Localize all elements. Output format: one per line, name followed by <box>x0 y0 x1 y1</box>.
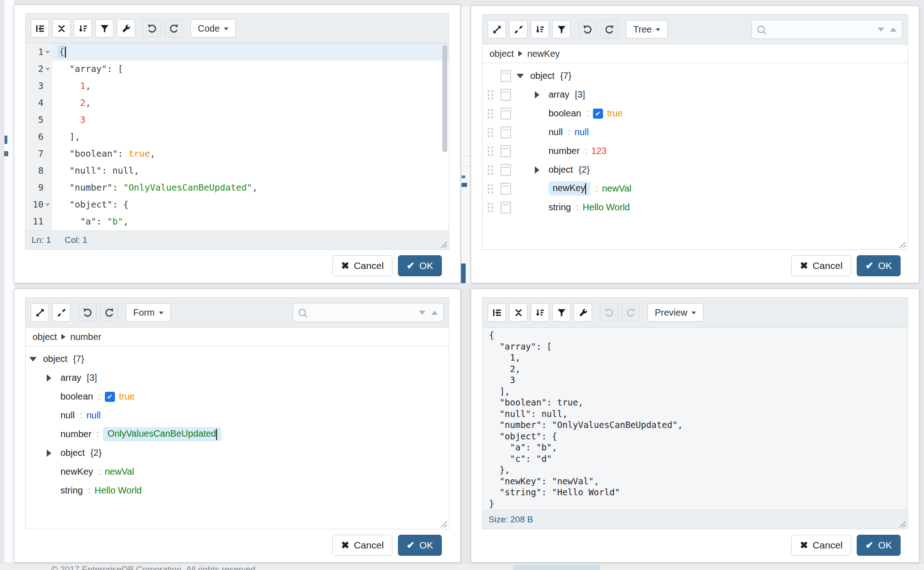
fold-caret-icon[interactable] <box>45 51 50 54</box>
redo-button[interactable] <box>600 20 618 38</box>
collapse-caret-icon[interactable] <box>29 357 37 362</box>
breadcrumb-item[interactable]: number <box>70 332 101 342</box>
node-key[interactable]: string <box>549 202 571 213</box>
resize-handle-icon[interactable] <box>440 521 447 528</box>
expand-all-button[interactable] <box>488 20 506 38</box>
code-line[interactable]: 4 2, <box>26 94 449 111</box>
search-input[interactable] <box>310 307 415 318</box>
tree-row[interactable]: object{7} <box>483 66 908 85</box>
filter-button[interactable] <box>552 20 571 38</box>
node-key[interactable]: number <box>549 146 580 156</box>
code-line[interactable]: 7 "boolean": true, <box>26 145 449 162</box>
resize-handle-icon[interactable] <box>440 241 447 248</box>
node-key[interactable]: object <box>549 164 573 175</box>
cancel-button[interactable]: ✖ Cancel <box>332 535 392 556</box>
ok-button[interactable]: ✔ OK <box>398 255 442 276</box>
search-next-icon[interactable] <box>419 311 425 315</box>
node-key[interactable]: array <box>549 89 570 100</box>
filter-button[interactable] <box>552 303 571 322</box>
breadcrumb-item[interactable]: object <box>33 332 57 342</box>
node-value[interactable]: OnlyValuesCanBeUpdated <box>103 427 221 441</box>
redo-button[interactable] <box>164 19 183 38</box>
tree-row[interactable]: object{2} <box>26 444 449 462</box>
node-key[interactable]: boolean <box>549 108 581 119</box>
tree-row[interactable]: newKey:newVal <box>26 462 449 481</box>
node-key[interactable]: newKey <box>60 466 93 477</box>
code-line[interactable]: 2 "array": [ <box>26 60 449 77</box>
node-value[interactable]: true <box>119 391 135 402</box>
redo-button[interactable] <box>621 303 640 322</box>
node-value[interactable]: null <box>575 127 589 137</box>
tree-row[interactable]: number:123 <box>483 142 908 160</box>
filter-button[interactable] <box>95 19 114 38</box>
undo-button[interactable] <box>578 20 597 38</box>
node-key[interactable]: null <box>549 127 563 137</box>
repair-button[interactable] <box>574 303 592 322</box>
mode-select-form[interactable]: Form <box>126 303 171 322</box>
code-line[interactable]: 8 "null": null, <box>26 162 449 179</box>
mode-select-code[interactable]: Code <box>190 19 236 38</box>
expand-caret-icon[interactable] <box>47 374 51 382</box>
undo-button[interactable] <box>600 303 618 322</box>
format-json-button[interactable] <box>31 19 49 38</box>
node-key[interactable]: object <box>60 448 85 458</box>
cancel-button[interactable]: ✖ Cancel <box>791 535 851 556</box>
collapse-all-button[interactable] <box>509 20 527 38</box>
code-editor-area[interactable]: 1{2 "array": [3 1,4 2,5 36 ],7 "boolean"… <box>26 44 449 230</box>
tree-row[interactable]: null:null <box>26 406 449 425</box>
collapse-all-button[interactable] <box>52 303 71 322</box>
repair-button[interactable] <box>117 19 135 38</box>
node-value[interactable]: newVal <box>602 183 631 194</box>
code-line[interactable]: 10 "object": { <box>26 196 449 213</box>
node-key[interactable]: null <box>60 410 75 421</box>
undo-button[interactable] <box>78 303 97 322</box>
node-menu-icon[interactable] <box>500 126 511 138</box>
expand-caret-icon[interactable] <box>535 91 539 99</box>
breadcrumb-item[interactable]: object <box>489 49 514 59</box>
drag-handle-icon[interactable] <box>488 147 493 156</box>
node-key[interactable]: object <box>530 71 554 81</box>
mode-select-preview[interactable]: Preview <box>647 303 703 322</box>
node-menu-icon[interactable] <box>500 183 511 195</box>
tree-row[interactable]: array[3] <box>26 368 449 387</box>
sort-button[interactable] <box>531 20 549 38</box>
node-key[interactable]: string <box>60 485 83 496</box>
ok-button[interactable]: ✔ OK <box>398 535 442 556</box>
boolean-checkbox[interactable]: ✔ <box>593 109 603 119</box>
node-key[interactable]: object <box>43 354 67 364</box>
undo-button[interactable] <box>143 19 161 38</box>
node-value[interactable]: 123 <box>591 146 606 156</box>
node-value[interactable]: true <box>607 108 623 119</box>
node-menu-icon[interactable] <box>500 89 511 101</box>
resize-handle-icon[interactable] <box>899 241 906 248</box>
node-value[interactable]: Hello World <box>582 202 630 213</box>
tree-row[interactable]: boolean:✔true <box>26 387 449 406</box>
search-next-icon[interactable] <box>878 27 884 32</box>
drag-handle-icon[interactable] <box>488 203 493 212</box>
boolean-checkbox[interactable]: ✔ <box>105 392 115 402</box>
code-line[interactable]: 5 3 <box>26 111 449 128</box>
expand-caret-icon[interactable] <box>535 166 539 174</box>
tree-row[interactable]: string:Hello World <box>483 198 908 217</box>
node-menu-icon[interactable] <box>500 108 511 120</box>
search-prev-icon[interactable] <box>431 311 438 315</box>
drag-handle-icon[interactable] <box>488 128 493 137</box>
redo-button[interactable] <box>100 303 118 322</box>
breadcrumb-item[interactable]: newKey <box>527 49 560 59</box>
code-line[interactable]: 3 1, <box>26 77 449 94</box>
code-line[interactable]: 9 "number": "OnlyValuesCanBeUpdated", <box>26 179 449 196</box>
expand-caret-icon[interactable] <box>47 449 51 457</box>
expand-all-button[interactable] <box>31 303 49 322</box>
tree-row[interactable]: object{2} <box>483 160 908 179</box>
collapse-caret-icon[interactable] <box>516 74 524 78</box>
node-key[interactable]: newKey <box>549 181 590 196</box>
fold-caret-icon[interactable] <box>45 203 50 206</box>
ok-button[interactable]: ✔ OK <box>857 535 901 556</box>
code-line[interactable]: 6 ], <box>26 128 449 145</box>
tree-row[interactable]: number:OnlyValuesCanBeUpdated <box>26 425 449 444</box>
code-line[interactable]: 11 "a": "b", <box>26 213 449 230</box>
node-menu-icon[interactable] <box>500 70 511 82</box>
tree-row[interactable]: array[3] <box>483 85 908 104</box>
drag-handle-icon[interactable] <box>488 165 493 175</box>
cancel-button[interactable]: ✖ Cancel <box>332 255 392 276</box>
